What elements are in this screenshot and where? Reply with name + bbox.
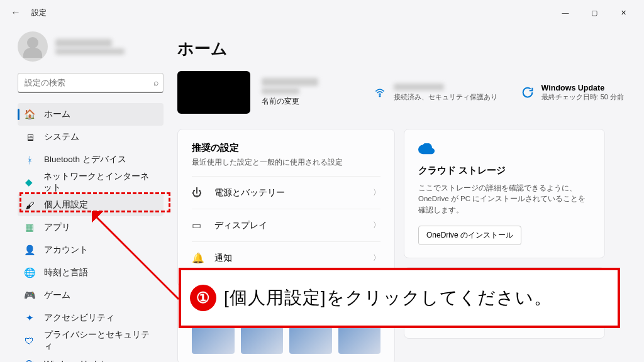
nav-label: アカウント [44, 244, 88, 256]
back-button[interactable]: ← [6, 3, 25, 22]
recommended-row-0[interactable]: ⏻電源とバッテリー〉 [192, 176, 380, 209]
chevron-right-icon: 〉 [373, 187, 380, 198]
annotation-text: [個人用設定]をクリックしてください。 [224, 286, 552, 310]
chevron-right-icon: 〉 [373, 220, 380, 231]
nav-icon: ⟳ [24, 358, 35, 362]
user-block[interactable] [18, 31, 164, 62]
nav-label: システム [44, 131, 79, 143]
cloud-desc: ここでストレージの詳細を確認できるように、OneDrive が PC にインスト… [418, 183, 591, 216]
nav-label: アクセシビリティ [44, 312, 114, 324]
user-email-blurred [55, 48, 125, 55]
user-text [55, 39, 125, 55]
row-label: 通知 [214, 253, 232, 264]
theme-thumb[interactable] [192, 326, 235, 354]
recommended-title: 推奨の設定 [192, 142, 380, 154]
wifi-ssid-blurred [394, 84, 444, 90]
pc-model-blurred [262, 88, 299, 94]
nav-icon: 👤 [24, 244, 35, 256]
sidebar-item-9[interactable]: ✦アクセシビリティ [18, 307, 164, 329]
row-label: ディスプレイ [214, 220, 267, 231]
sidebar-item-10[interactable]: 🛡プライバシーとセキュリティ [18, 329, 164, 352]
sidebar-item-0[interactable]: 🏠ホーム [18, 103, 164, 126]
theme-thumb[interactable] [289, 326, 332, 354]
sidebar-item-1[interactable]: 🖥システム [18, 126, 164, 148]
nav-label: アプリ [44, 222, 70, 233]
sidebar-item-8[interactable]: 🎮ゲーム [18, 284, 164, 307]
nav-label: ゲーム [44, 290, 70, 301]
svg-point-0 [379, 96, 380, 97]
close-button[interactable]: ✕ [609, 3, 638, 23]
maximize-button[interactable]: ▢ [580, 3, 609, 23]
titlebar: ← 設定 ― ▢ ✕ [0, 0, 644, 25]
sidebar-item-11[interactable]: ⟳Windows Update [18, 352, 164, 362]
nav-icon: 🖥 [24, 131, 35, 143]
recommended-sub: 最近使用した設定と一般的に使用される設定 [192, 158, 380, 167]
annotation-number: ① [190, 285, 216, 311]
theme-thumbnails [192, 326, 380, 354]
user-name-blurred [55, 39, 112, 47]
nav-icon: ◆ [24, 177, 35, 188]
row-label: 電源とバッテリー [214, 187, 285, 199]
theme-thumb[interactable] [241, 326, 284, 354]
rename-link[interactable]: 名前の変更 [262, 96, 318, 107]
recommended-card: 推奨の設定 最近使用した設定と一般的に使用される設定 ⏻電源とバッテリー〉▭ディ… [177, 129, 395, 287]
chevron-right-icon: 〉 [373, 253, 380, 263]
window-title: 設定 [31, 8, 47, 18]
row-icon: ⏻ [192, 187, 204, 199]
nav-label: Windows Update [44, 359, 108, 363]
nav-label: ホーム [44, 109, 70, 120]
nav-icon: 🌐 [24, 267, 35, 278]
avatar [18, 31, 48, 62]
sidebar-item-2[interactable]: ᚼBluetooth とデバイス [18, 148, 164, 171]
nav-icon: ᚼ [24, 154, 35, 165]
nav-label: プライバシーとセキュリティ [44, 329, 157, 352]
update-status[interactable]: Windows Update 最終チェック日時: 50 分前 [520, 84, 624, 102]
annotation-callout: ① [個人用設定]をクリックしてください。 [179, 268, 620, 328]
nav-icon: 🛡 [24, 335, 35, 346]
page-title: ホーム [177, 38, 624, 60]
row-icon: ▭ [192, 219, 204, 231]
nav-icon: 🎮 [24, 290, 35, 301]
update-title: Windows Update [541, 84, 624, 92]
nav-icon: 🖌 [24, 199, 35, 211]
wifi-icon [372, 85, 387, 100]
nav-label: 個人用設定 [44, 199, 88, 211]
search-input[interactable] [18, 73, 164, 93]
desktop-thumbnail[interactable] [177, 71, 250, 114]
sidebar-item-4[interactable]: 🖌個人用設定 [18, 194, 164, 216]
theme-thumb[interactable] [338, 326, 381, 354]
nav-icon: ✦ [24, 312, 35, 324]
wifi-status[interactable]: 接続済み、セキュリティ保護あり [372, 84, 497, 102]
nav-icon: 🏠 [24, 109, 35, 120]
sidebar-item-3[interactable]: ◆ネットワークとインターネット [18, 171, 164, 194]
pc-text: 名前の変更 [262, 78, 318, 107]
wifi-status-label: 接続済み、セキュリティ保護あり [394, 92, 497, 102]
nav-label: Bluetooth とデバイス [44, 154, 126, 165]
window-controls: ― ▢ ✕ [551, 3, 638, 23]
update-icon [520, 85, 535, 100]
search-icon: ⌕ [153, 77, 158, 87]
header-row: 名前の変更 接続済み、セキュリティ保護あり [177, 71, 624, 114]
nav-label: ネットワークとインターネット [43, 171, 157, 194]
row-icon: 🔔 [192, 252, 204, 264]
nav-label: 時刻と言語 [44, 267, 88, 278]
sidebar-item-5[interactable]: ▦アプリ [18, 216, 164, 239]
search-box: ⌕ [18, 73, 164, 93]
sidebar: ⌕ 🏠ホーム🖥システムᚼBluetooth とデバイス◆ネットワークとインターネ… [0, 25, 170, 362]
sidebar-item-7[interactable]: 🌐時刻と言語 [18, 261, 164, 284]
cloud-storage-card: クラウド ストレージ ここでストレージの詳細を確認できるように、OneDrive… [404, 129, 605, 258]
sidebar-item-6[interactable]: 👤アカウント [18, 239, 164, 261]
nav-icon: ▦ [24, 222, 35, 233]
pc-name-blurred [262, 78, 318, 86]
recommended-row-1[interactable]: ▭ディスプレイ〉 [192, 209, 380, 241]
cloud-icon [418, 142, 591, 158]
cloud-title: クラウド ストレージ [418, 165, 591, 177]
onedrive-install-button[interactable]: OneDrive のインストール [418, 226, 521, 245]
minimize-button[interactable]: ― [551, 3, 580, 23]
update-sub: 最終チェック日時: 50 分前 [541, 92, 624, 102]
nav-list: 🏠ホーム🖥システムᚼBluetooth とデバイス◆ネットワークとインターネット… [18, 103, 164, 362]
